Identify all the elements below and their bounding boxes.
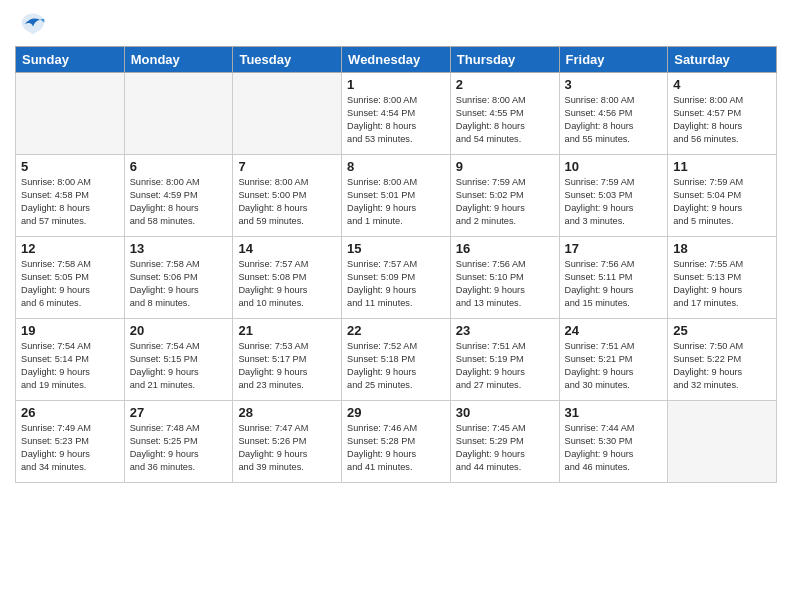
day-info: Sunrise: 7:57 AM Sunset: 5:09 PM Dayligh… (347, 258, 445, 310)
day-info: Sunrise: 7:58 AM Sunset: 5:05 PM Dayligh… (21, 258, 119, 310)
calendar-cell: 19Sunrise: 7:54 AM Sunset: 5:14 PM Dayli… (16, 319, 125, 401)
main-container: SundayMondayTuesdayWednesdayThursdayFrid… (0, 0, 792, 493)
day-number: 14 (238, 241, 336, 256)
calendar-cell: 1Sunrise: 8:00 AM Sunset: 4:54 PM Daylig… (342, 73, 451, 155)
day-info: Sunrise: 7:47 AM Sunset: 5:26 PM Dayligh… (238, 422, 336, 474)
logo (15, 10, 47, 38)
day-number: 2 (456, 77, 554, 92)
weekday-header-thursday: Thursday (450, 47, 559, 73)
calendar-cell: 6Sunrise: 8:00 AM Sunset: 4:59 PM Daylig… (124, 155, 233, 237)
calendar-cell (124, 73, 233, 155)
calendar-cell: 13Sunrise: 7:58 AM Sunset: 5:06 PM Dayli… (124, 237, 233, 319)
weekday-header-monday: Monday (124, 47, 233, 73)
day-number: 25 (673, 323, 771, 338)
day-info: Sunrise: 7:53 AM Sunset: 5:17 PM Dayligh… (238, 340, 336, 392)
day-info: Sunrise: 8:00 AM Sunset: 5:01 PM Dayligh… (347, 176, 445, 228)
day-info: Sunrise: 7:50 AM Sunset: 5:22 PM Dayligh… (673, 340, 771, 392)
day-number: 30 (456, 405, 554, 420)
day-number: 3 (565, 77, 663, 92)
day-number: 12 (21, 241, 119, 256)
calendar-cell: 2Sunrise: 8:00 AM Sunset: 4:55 PM Daylig… (450, 73, 559, 155)
day-info: Sunrise: 7:56 AM Sunset: 5:10 PM Dayligh… (456, 258, 554, 310)
day-number: 6 (130, 159, 228, 174)
day-info: Sunrise: 7:56 AM Sunset: 5:11 PM Dayligh… (565, 258, 663, 310)
calendar-week-0: 1Sunrise: 8:00 AM Sunset: 4:54 PM Daylig… (16, 73, 777, 155)
calendar-cell: 5Sunrise: 8:00 AM Sunset: 4:58 PM Daylig… (16, 155, 125, 237)
day-info: Sunrise: 7:59 AM Sunset: 5:03 PM Dayligh… (565, 176, 663, 228)
logo-bird-icon (19, 10, 47, 38)
calendar-cell: 17Sunrise: 7:56 AM Sunset: 5:11 PM Dayli… (559, 237, 668, 319)
day-number: 20 (130, 323, 228, 338)
day-info: Sunrise: 7:54 AM Sunset: 5:15 PM Dayligh… (130, 340, 228, 392)
page-header (15, 10, 777, 38)
day-info: Sunrise: 8:00 AM Sunset: 4:55 PM Dayligh… (456, 94, 554, 146)
day-number: 5 (21, 159, 119, 174)
calendar-cell: 23Sunrise: 7:51 AM Sunset: 5:19 PM Dayli… (450, 319, 559, 401)
day-number: 18 (673, 241, 771, 256)
weekday-row: SundayMondayTuesdayWednesdayThursdayFrid… (16, 47, 777, 73)
day-info: Sunrise: 7:49 AM Sunset: 5:23 PM Dayligh… (21, 422, 119, 474)
calendar-cell (16, 73, 125, 155)
calendar-cell (668, 401, 777, 483)
calendar-cell: 31Sunrise: 7:44 AM Sunset: 5:30 PM Dayli… (559, 401, 668, 483)
calendar-cell: 14Sunrise: 7:57 AM Sunset: 5:08 PM Dayli… (233, 237, 342, 319)
day-info: Sunrise: 7:48 AM Sunset: 5:25 PM Dayligh… (130, 422, 228, 474)
calendar-week-4: 26Sunrise: 7:49 AM Sunset: 5:23 PM Dayli… (16, 401, 777, 483)
day-info: Sunrise: 7:46 AM Sunset: 5:28 PM Dayligh… (347, 422, 445, 474)
calendar-cell: 15Sunrise: 7:57 AM Sunset: 5:09 PM Dayli… (342, 237, 451, 319)
calendar-cell: 8Sunrise: 8:00 AM Sunset: 5:01 PM Daylig… (342, 155, 451, 237)
day-info: Sunrise: 7:45 AM Sunset: 5:29 PM Dayligh… (456, 422, 554, 474)
calendar-cell: 10Sunrise: 7:59 AM Sunset: 5:03 PM Dayli… (559, 155, 668, 237)
calendar-cell: 28Sunrise: 7:47 AM Sunset: 5:26 PM Dayli… (233, 401, 342, 483)
day-number: 29 (347, 405, 445, 420)
day-info: Sunrise: 7:51 AM Sunset: 5:19 PM Dayligh… (456, 340, 554, 392)
day-number: 26 (21, 405, 119, 420)
day-info: Sunrise: 7:44 AM Sunset: 5:30 PM Dayligh… (565, 422, 663, 474)
day-number: 9 (456, 159, 554, 174)
weekday-header-saturday: Saturday (668, 47, 777, 73)
weekday-header-sunday: Sunday (16, 47, 125, 73)
calendar-week-1: 5Sunrise: 8:00 AM Sunset: 4:58 PM Daylig… (16, 155, 777, 237)
calendar-cell: 12Sunrise: 7:58 AM Sunset: 5:05 PM Dayli… (16, 237, 125, 319)
calendar-cell: 20Sunrise: 7:54 AM Sunset: 5:15 PM Dayli… (124, 319, 233, 401)
calendar-cell: 18Sunrise: 7:55 AM Sunset: 5:13 PM Dayli… (668, 237, 777, 319)
day-info: Sunrise: 7:59 AM Sunset: 5:04 PM Dayligh… (673, 176, 771, 228)
day-number: 31 (565, 405, 663, 420)
day-info: Sunrise: 8:00 AM Sunset: 4:57 PM Dayligh… (673, 94, 771, 146)
calendar-cell: 11Sunrise: 7:59 AM Sunset: 5:04 PM Dayli… (668, 155, 777, 237)
day-info: Sunrise: 7:59 AM Sunset: 5:02 PM Dayligh… (456, 176, 554, 228)
calendar-cell: 4Sunrise: 8:00 AM Sunset: 4:57 PM Daylig… (668, 73, 777, 155)
calendar-week-2: 12Sunrise: 7:58 AM Sunset: 5:05 PM Dayli… (16, 237, 777, 319)
day-number: 10 (565, 159, 663, 174)
calendar-cell: 27Sunrise: 7:48 AM Sunset: 5:25 PM Dayli… (124, 401, 233, 483)
calendar-header: SundayMondayTuesdayWednesdayThursdayFrid… (16, 47, 777, 73)
day-number: 22 (347, 323, 445, 338)
weekday-header-tuesday: Tuesday (233, 47, 342, 73)
day-info: Sunrise: 8:00 AM Sunset: 5:00 PM Dayligh… (238, 176, 336, 228)
calendar-cell: 22Sunrise: 7:52 AM Sunset: 5:18 PM Dayli… (342, 319, 451, 401)
day-number: 15 (347, 241, 445, 256)
day-info: Sunrise: 7:54 AM Sunset: 5:14 PM Dayligh… (21, 340, 119, 392)
day-number: 7 (238, 159, 336, 174)
calendar-cell: 9Sunrise: 7:59 AM Sunset: 5:02 PM Daylig… (450, 155, 559, 237)
day-number: 28 (238, 405, 336, 420)
day-info: Sunrise: 7:51 AM Sunset: 5:21 PM Dayligh… (565, 340, 663, 392)
day-number: 27 (130, 405, 228, 420)
day-info: Sunrise: 7:52 AM Sunset: 5:18 PM Dayligh… (347, 340, 445, 392)
calendar-cell: 7Sunrise: 8:00 AM Sunset: 5:00 PM Daylig… (233, 155, 342, 237)
day-info: Sunrise: 7:58 AM Sunset: 5:06 PM Dayligh… (130, 258, 228, 310)
day-number: 11 (673, 159, 771, 174)
calendar-cell: 26Sunrise: 7:49 AM Sunset: 5:23 PM Dayli… (16, 401, 125, 483)
day-number: 17 (565, 241, 663, 256)
day-info: Sunrise: 8:00 AM Sunset: 4:54 PM Dayligh… (347, 94, 445, 146)
weekday-header-friday: Friday (559, 47, 668, 73)
day-info: Sunrise: 8:00 AM Sunset: 4:58 PM Dayligh… (21, 176, 119, 228)
calendar-cell (233, 73, 342, 155)
calendar-week-3: 19Sunrise: 7:54 AM Sunset: 5:14 PM Dayli… (16, 319, 777, 401)
day-number: 21 (238, 323, 336, 338)
calendar-cell: 29Sunrise: 7:46 AM Sunset: 5:28 PM Dayli… (342, 401, 451, 483)
day-number: 24 (565, 323, 663, 338)
calendar-cell: 21Sunrise: 7:53 AM Sunset: 5:17 PM Dayli… (233, 319, 342, 401)
day-number: 19 (21, 323, 119, 338)
calendar-cell: 30Sunrise: 7:45 AM Sunset: 5:29 PM Dayli… (450, 401, 559, 483)
